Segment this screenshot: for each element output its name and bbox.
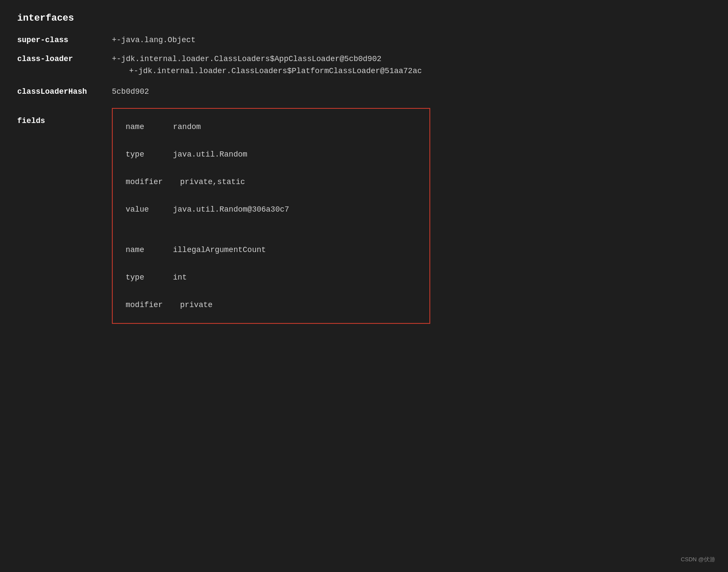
super-class-row: super-class +-java.lang.Object bbox=[17, 36, 711, 44]
class-loader-extra: +-jdk.internal.loader.ClassLoaders$Platf… bbox=[129, 67, 711, 75]
field1-name-key: name bbox=[126, 117, 173, 136]
super-class-key: super-class bbox=[17, 36, 112, 44]
class-loader-key: class-loader bbox=[17, 55, 112, 63]
field1-modifier-key: modifier bbox=[126, 172, 180, 191]
class-loader-hash-value: 5cb0d902 bbox=[112, 87, 149, 96]
field2-type-value: int bbox=[173, 268, 187, 287]
class-loader-hash-row: classLoaderHash 5cb0d902 bbox=[17, 87, 711, 96]
field2-name-key: name bbox=[126, 240, 173, 259]
title-row: interfaces bbox=[17, 13, 711, 24]
field1-value-key: value bbox=[126, 200, 173, 219]
fields-label: fields bbox=[17, 108, 112, 125]
fields-section: fields name random type java.util.Random… bbox=[17, 108, 711, 324]
field2-modifier-value: private bbox=[180, 295, 213, 314]
field1-name-value: random bbox=[173, 117, 201, 136]
class-loader-value: +-jdk.internal.loader.ClassLoaders$AppCl… bbox=[112, 55, 382, 63]
field-group-1: name random type java.util.Random modifi… bbox=[126, 117, 416, 219]
field1-type-value: java.util.Random bbox=[173, 145, 247, 164]
class-loader-hash-key: classLoaderHash bbox=[17, 87, 112, 96]
fields-box: name random type java.util.Random modifi… bbox=[112, 108, 430, 324]
field1-type-key: type bbox=[126, 145, 173, 164]
field-group-2: name illegalArgumentCount type int modif… bbox=[126, 240, 416, 314]
field1-value-value: java.util.Random@306a30c7 bbox=[173, 200, 289, 219]
field2-modifier-key: modifier bbox=[126, 295, 180, 314]
watermark: CSDN @伏游 bbox=[681, 556, 715, 563]
field2-type-key: type bbox=[126, 268, 173, 287]
title-text: interfaces bbox=[17, 13, 74, 24]
field2-name-value: illegalArgumentCount bbox=[173, 240, 266, 259]
field1-modifier-value: private,static bbox=[180, 172, 245, 191]
class-loader-row: class-loader +-jdk.internal.loader.Class… bbox=[17, 55, 711, 75]
super-class-value: +-java.lang.Object bbox=[112, 36, 195, 44]
